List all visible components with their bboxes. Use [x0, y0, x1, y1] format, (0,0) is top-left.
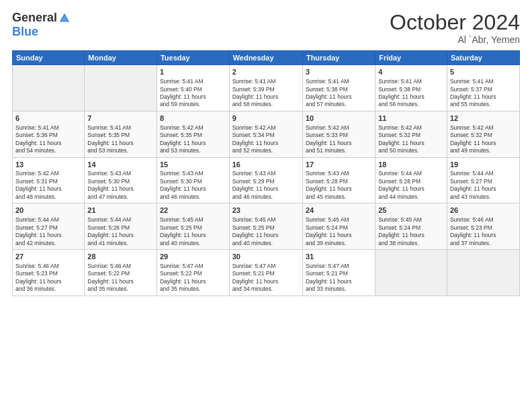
page-header: General Blue October 2024 Al `Abr, Yemen: [12, 11, 520, 45]
day-number: 14: [87, 160, 154, 170]
calendar-header-row: Sunday Monday Tuesday Wednesday Thursday…: [13, 51, 520, 65]
day-info: Sunrise: 5:42 AMSunset: 5:34 PMDaylight:…: [232, 124, 300, 155]
table-row: 28Sunrise: 5:46 AMSunset: 5:22 PMDayligh…: [85, 250, 157, 296]
day-info: Sunrise: 5:41 AMSunset: 5:38 PMDaylight:…: [378, 78, 444, 109]
day-number: 7: [87, 113, 154, 124]
table-row: 4Sunrise: 5:41 AMSunset: 5:38 PMDaylight…: [375, 65, 447, 111]
day-info: Sunrise: 5:45 AMSunset: 5:24 PMDaylight:…: [378, 216, 444, 247]
day-number: 31: [306, 252, 372, 262]
day-info: Sunrise: 5:41 AMSunset: 5:36 PMDaylight:…: [15, 124, 81, 155]
calendar-week-row: 1Sunrise: 5:41 AMSunset: 5:40 PMDaylight…: [13, 65, 520, 111]
header-saturday: Saturday: [447, 51, 519, 65]
day-number: 8: [160, 113, 226, 124]
header-thursday: Thursday: [302, 51, 375, 65]
day-info: Sunrise: 5:43 AMSunset: 5:29 PMDaylight:…: [232, 170, 300, 201]
table-row: 12Sunrise: 5:42 AMSunset: 5:32 PMDayligh…: [447, 111, 519, 157]
table-row: 13Sunrise: 5:42 AMSunset: 5:31 PMDayligh…: [13, 157, 85, 203]
table-row: 11Sunrise: 5:42 AMSunset: 5:32 PMDayligh…: [375, 111, 447, 157]
table-row: 23Sunrise: 5:45 AMSunset: 5:25 PMDayligh…: [229, 203, 302, 250]
day-info: Sunrise: 5:42 AMSunset: 5:31 PMDaylight:…: [15, 170, 81, 201]
day-number: 22: [160, 205, 226, 216]
day-info: Sunrise: 5:41 AMSunset: 5:39 PMDaylight:…: [232, 78, 300, 109]
header-sunday: Sunday: [13, 51, 85, 65]
location: Al `Abr, Yemen: [390, 34, 520, 45]
table-row: 14Sunrise: 5:43 AMSunset: 5:30 PMDayligh…: [85, 157, 157, 203]
day-info: Sunrise: 5:42 AMSunset: 5:35 PMDaylight:…: [160, 124, 226, 155]
day-number: 4: [378, 67, 444, 77]
table-row: 2Sunrise: 5:41 AMSunset: 5:39 PMDaylight…: [229, 65, 302, 111]
title-section: October 2024 Al `Abr, Yemen: [390, 11, 520, 45]
day-number: 10: [306, 113, 372, 124]
day-number: 11: [378, 113, 444, 124]
table-row: 5Sunrise: 5:41 AMSunset: 5:37 PMDaylight…: [447, 65, 519, 111]
day-info: Sunrise: 5:43 AMSunset: 5:28 PMDaylight:…: [306, 170, 372, 201]
day-number: 6: [15, 113, 81, 124]
logo-general-text: General: [12, 11, 57, 25]
day-number: 26: [450, 205, 517, 216]
header-wednesday: Wednesday: [229, 51, 302, 65]
table-row: 10Sunrise: 5:42 AMSunset: 5:33 PMDayligh…: [302, 111, 375, 157]
month-title: October 2024: [390, 11, 520, 34]
calendar-week-row: 6Sunrise: 5:41 AMSunset: 5:36 PMDaylight…: [13, 111, 520, 157]
table-row: 8Sunrise: 5:42 AMSunset: 5:35 PMDaylight…: [157, 111, 229, 157]
day-info: Sunrise: 5:43 AMSunset: 5:30 PMDaylight:…: [160, 170, 226, 201]
logo-blue-text: Blue: [12, 25, 38, 38]
day-number: 29: [160, 252, 226, 262]
day-number: 5: [450, 67, 517, 77]
day-number: 30: [232, 252, 300, 262]
day-number: 21: [87, 205, 154, 216]
day-number: 28: [87, 252, 154, 262]
day-number: 13: [15, 160, 81, 170]
table-row: [13, 65, 85, 111]
table-row: 27Sunrise: 5:46 AMSunset: 5:23 PMDayligh…: [13, 250, 85, 296]
table-row: 26Sunrise: 5:46 AMSunset: 5:23 PMDayligh…: [447, 203, 519, 250]
day-info: Sunrise: 5:45 AMSunset: 5:25 PMDaylight:…: [232, 216, 300, 247]
day-info: Sunrise: 5:41 AMSunset: 5:40 PMDaylight:…: [160, 78, 226, 109]
header-monday: Monday: [85, 51, 157, 65]
table-row: 3Sunrise: 5:41 AMSunset: 5:38 PMDaylight…: [302, 65, 375, 111]
day-info: Sunrise: 5:44 AMSunset: 5:27 PMDaylight:…: [450, 170, 517, 201]
calendar-week-row: 27Sunrise: 5:46 AMSunset: 5:23 PMDayligh…: [13, 250, 520, 296]
day-number: 24: [306, 205, 372, 216]
logo-icon: [58, 12, 71, 24]
day-info: Sunrise: 5:45 AMSunset: 5:25 PMDaylight:…: [160, 216, 226, 247]
table-row: [375, 250, 447, 296]
day-info: Sunrise: 5:46 AMSunset: 5:22 PMDaylight:…: [87, 263, 154, 293]
day-number: 23: [232, 205, 300, 216]
table-row: 29Sunrise: 5:47 AMSunset: 5:22 PMDayligh…: [157, 250, 229, 296]
day-info: Sunrise: 5:42 AMSunset: 5:33 PMDaylight:…: [306, 124, 372, 155]
day-info: Sunrise: 5:42 AMSunset: 5:32 PMDaylight:…: [450, 124, 517, 155]
day-info: Sunrise: 5:46 AMSunset: 5:23 PMDaylight:…: [15, 263, 81, 293]
calendar-week-row: 20Sunrise: 5:44 AMSunset: 5:27 PMDayligh…: [13, 203, 520, 250]
calendar-week-row: 13Sunrise: 5:42 AMSunset: 5:31 PMDayligh…: [13, 157, 520, 203]
day-number: 18: [378, 160, 444, 170]
header-tuesday: Tuesday: [157, 51, 229, 65]
day-info: Sunrise: 5:47 AMSunset: 5:21 PMDaylight:…: [232, 263, 300, 293]
calendar-table: Sunday Monday Tuesday Wednesday Thursday…: [12, 50, 520, 296]
table-row: 15Sunrise: 5:43 AMSunset: 5:30 PMDayligh…: [157, 157, 229, 203]
day-number: 17: [306, 160, 372, 170]
table-row: 1Sunrise: 5:41 AMSunset: 5:40 PMDaylight…: [157, 65, 229, 111]
day-number: 27: [15, 252, 81, 262]
day-number: 9: [232, 113, 300, 124]
table-row: 30Sunrise: 5:47 AMSunset: 5:21 PMDayligh…: [229, 250, 302, 296]
day-number: 2: [232, 67, 300, 77]
day-info: Sunrise: 5:42 AMSunset: 5:32 PMDaylight:…: [378, 124, 444, 155]
day-number: 20: [15, 205, 81, 216]
table-row: 9Sunrise: 5:42 AMSunset: 5:34 PMDaylight…: [229, 111, 302, 157]
table-row: 25Sunrise: 5:45 AMSunset: 5:24 PMDayligh…: [375, 203, 447, 250]
table-row: [447, 250, 519, 296]
table-row: 22Sunrise: 5:45 AMSunset: 5:25 PMDayligh…: [157, 203, 229, 250]
table-row: 7Sunrise: 5:41 AMSunset: 5:35 PMDaylight…: [85, 111, 157, 157]
day-number: 16: [232, 160, 300, 170]
day-info: Sunrise: 5:44 AMSunset: 5:28 PMDaylight:…: [378, 170, 444, 201]
table-row: [85, 65, 157, 111]
table-row: 16Sunrise: 5:43 AMSunset: 5:29 PMDayligh…: [229, 157, 302, 203]
day-number: 3: [306, 67, 372, 77]
day-number: 12: [450, 113, 517, 124]
day-info: Sunrise: 5:45 AMSunset: 5:24 PMDaylight:…: [306, 216, 372, 247]
day-info: Sunrise: 5:46 AMSunset: 5:23 PMDaylight:…: [450, 216, 517, 247]
day-info: Sunrise: 5:47 AMSunset: 5:21 PMDaylight:…: [306, 263, 372, 293]
table-row: 6Sunrise: 5:41 AMSunset: 5:36 PMDaylight…: [13, 111, 85, 157]
day-info: Sunrise: 5:41 AMSunset: 5:38 PMDaylight:…: [306, 78, 372, 109]
